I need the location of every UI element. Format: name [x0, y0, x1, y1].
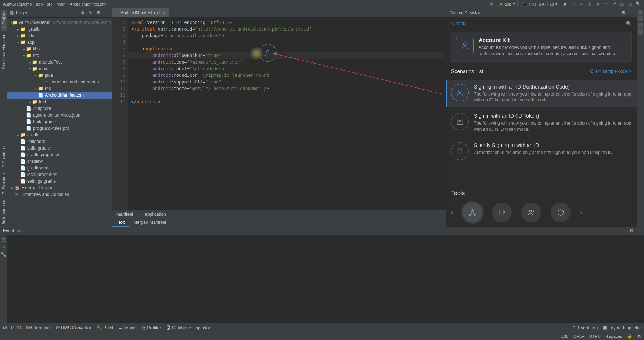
tree-item[interactable]: ▸📁.idea: [7, 32, 112, 39]
close-icon[interactable]: ×: [163, 10, 165, 15]
project-dropdown-icon[interactable]: ▦: [10, 10, 14, 15]
tool-4[interactable]: [551, 203, 571, 222]
tools-prev-icon[interactable]: ‹: [451, 209, 453, 216]
bottom-item[interactable]: ◔Profiler: [142, 325, 161, 330]
tree-item[interactable]: 📄local.properties: [7, 171, 112, 178]
event-log-clear-icon[interactable]: ✕: [1, 244, 6, 250]
tree-item[interactable]: 📄.gitignore: [7, 105, 112, 112]
editor-tab-manifest[interactable]: ≡ AndroidManifest.xml ×: [112, 8, 169, 17]
back-link[interactable]: < back: [451, 21, 465, 26]
tree-item[interactable]: ▾📁src: [7, 52, 112, 59]
tool-2[interactable]: [492, 203, 512, 222]
gear-icon[interactable]: ⚙: [96, 10, 101, 16]
bottom-item[interactable]: 🗒Event Log: [572, 325, 598, 330]
attach-debugger-button[interactable]: ⧗: [587, 1, 593, 7]
bottom-item[interactable]: ▣Layout Inspector: [603, 325, 641, 330]
bottom-item[interactable]: ⟳HMS Convertor: [56, 325, 91, 330]
tree-item[interactable]: 📄.gitignore: [7, 138, 112, 145]
run-button[interactable]: ▶: [562, 1, 568, 7]
breadcrumb-item[interactable]: AuthCodeDemo: [3, 2, 32, 6]
vtab-resource-manager[interactable]: Resource Manager: [1, 32, 7, 71]
tree-item[interactable]: ▸📚External Libraries: [7, 185, 112, 191]
tree-item[interactable]: ▾📁app: [7, 39, 112, 46]
cursor-position[interactable]: 6:35: [561, 334, 568, 339]
sync-icon[interactable]: ↺: [489, 1, 494, 7]
gear-icon[interactable]: ⚙: [622, 10, 626, 15]
stop-button[interactable]: ■: [595, 1, 601, 7]
event-log-title[interactable]: Event Log: [3, 228, 23, 233]
run-config-selector[interactable]: ▣ app ▾: [497, 1, 517, 7]
tree-item[interactable]: ▾📁java: [7, 72, 112, 79]
lock-icon[interactable]: 🔓: [627, 334, 632, 339]
vtab-favorites[interactable]: 2: Favorites: [1, 144, 7, 169]
collapse-icon[interactable]: ⇲: [87, 10, 93, 16]
line-separator[interactable]: CRLF: [573, 334, 584, 339]
tree-item[interactable]: ▸📁gradle: [7, 132, 112, 138]
avd-icon[interactable]: ▥: [619, 1, 625, 7]
tree-item[interactable]: 📄gradle.properties: [7, 151, 112, 158]
breadcrumb-item[interactable]: main: [57, 2, 65, 6]
encoding[interactable]: UTF-8: [589, 334, 601, 339]
bottom-item[interactable]: ⌨Terminal: [26, 325, 50, 330]
scenario-item[interactable]: Sign in with an ID (ID Token)The followi…: [446, 109, 637, 136]
more-run-icon[interactable]: ⋯: [603, 1, 609, 7]
crumb-application[interactable]: application: [145, 212, 166, 217]
tree-item[interactable]: 📄gradlew.bat: [7, 165, 112, 171]
tools-next-icon[interactable]: ›: [580, 209, 582, 216]
project-title[interactable]: Project: [16, 10, 77, 15]
tree-item[interactable]: ▾📁main: [7, 65, 112, 72]
target-icon[interactable]: ⊕: [79, 10, 85, 16]
tree-item[interactable]: ▾📁AuthCodeDemoD:\work\code\AuthCodeDemo: [7, 19, 112, 26]
event-log-settings-icon[interactable]: 🔧: [1, 252, 6, 257]
gear-icon[interactable]: ⚙: [630, 228, 634, 233]
tree-item[interactable]: ▸📁libs: [7, 46, 112, 52]
tool-1[interactable]: [463, 203, 482, 222]
tree-item[interactable]: ▸📁.gradle: [7, 26, 112, 32]
breadcrumb-item[interactable]: app: [36, 2, 43, 6]
breadcrumb-item[interactable]: src: [47, 2, 53, 6]
crumb-manifest[interactable]: manifest: [116, 212, 133, 217]
tree-item[interactable]: ▭com.hms.authcodedemo: [7, 79, 112, 85]
event-log-filter-icon[interactable]: ▤: [1, 237, 6, 242]
inspect-icon[interactable]: ◩: [637, 334, 641, 339]
bottom-item[interactable]: ☑TODO: [3, 325, 21, 330]
hide-icon[interactable]: —: [637, 228, 641, 233]
tree-item[interactable]: ▸📁test: [7, 99, 112, 105]
tree-item[interactable]: ✎Scratches and Consoles: [7, 191, 112, 198]
bottom-item[interactable]: ≣Logcat: [118, 325, 137, 330]
tree-item[interactable]: ▸📁res: [7, 85, 112, 92]
hide-icon[interactable]: —: [104, 10, 109, 16]
tree-item[interactable]: 📄settings.gradle: [7, 178, 112, 185]
indent[interactable]: 4 spaces: [606, 334, 622, 339]
tool-3[interactable]: [521, 203, 541, 222]
device-selector[interactable]: 📱 Pixel 2 API 29 ▾: [520, 1, 561, 7]
sub-tab-merged[interactable]: Merged Manifest: [129, 218, 170, 227]
tree-item[interactable]: 📄build.gradle: [7, 118, 112, 125]
right-tool-4[interactable]: [638, 29, 643, 35]
profile-button[interactable]: ⧉: [579, 1, 584, 7]
tree-item[interactable]: 📄proguard-rules.pro: [7, 125, 112, 132]
tree-item[interactable]: ▸📁androidTest: [7, 59, 112, 65]
vtab-build-variants[interactable]: Build Variants: [1, 198, 7, 227]
bottom-item[interactable]: 🔨Build: [97, 325, 114, 330]
code-editor[interactable]: <?xml version="1.0" encoding="utf-8"?><m…: [128, 18, 446, 210]
debug-button[interactable]: ⌄: [571, 1, 576, 7]
search-icon[interactable]: 🔍: [635, 1, 641, 7]
bottom-item[interactable]: 🗄Database Inspector: [166, 325, 210, 330]
right-tool-1[interactable]: [638, 10, 643, 15]
git-icon[interactable]: ⎇: [611, 1, 617, 7]
hide-icon[interactable]: —: [629, 10, 633, 15]
scenario-item[interactable]: Silently Signing In with an IDAuthorizat…: [446, 139, 637, 164]
right-tool-2[interactable]: [638, 16, 643, 21]
scenario-item[interactable]: Signing In with an ID (Authorization Cod…: [446, 80, 637, 107]
right-tool-3[interactable]: [638, 23, 643, 28]
tree-item[interactable]: 📄gradlew: [7, 158, 112, 165]
tree-item[interactable]: 📄AndroidManifest.xml: [7, 92, 112, 99]
breadcrumb-item[interactable]: AndroidManifest.xml: [70, 2, 107, 6]
vtab-structure[interactable]: 7: Structure: [1, 171, 7, 196]
tree-item[interactable]: 📄build.gradle: [7, 145, 112, 151]
vtab-project[interactable]: 1: Project: [1, 10, 7, 31]
project-tree[interactable]: ▾📁AuthCodeDemoD:\work\code\AuthCodeDemo▸…: [7, 18, 112, 227]
scenarios-link[interactable]: Client sample code >: [590, 69, 632, 74]
search-icon[interactable]: 🔍: [626, 21, 632, 26]
